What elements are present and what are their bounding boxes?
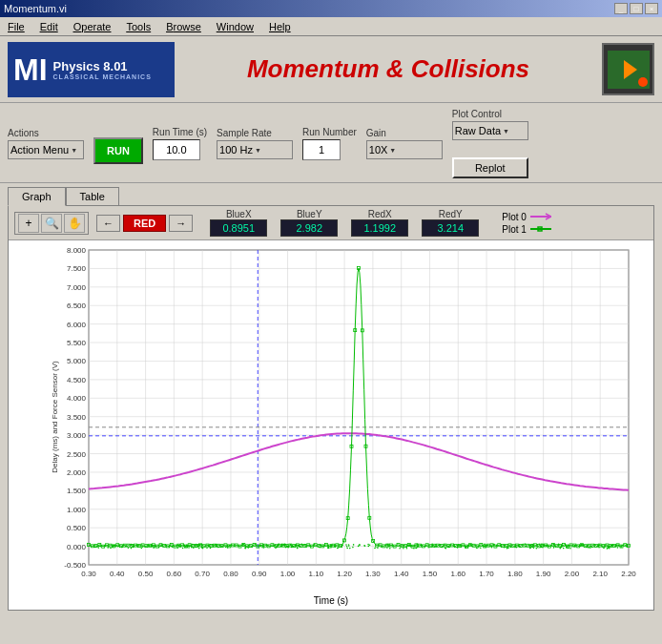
svg-rect-6 [89,250,629,565]
svg-text:1.30: 1.30 [365,570,381,578]
redY-label: RedY [439,209,463,219]
blueY-group: BlueY 2.982 [280,209,338,237]
svg-point-268 [182,548,184,550]
plot-control-arrow: ▼ [503,128,509,135]
menu-file[interactable]: File [4,19,29,34]
redY-value: 3.214 [422,219,479,237]
menu-operate[interactable]: Operate [70,19,115,34]
legend-plot1: Plot 1 [502,224,551,235]
run-time-label: Run Time (s) [153,127,207,137]
svg-point-281 [465,546,467,548]
zoom-fit-button[interactable]: + [18,214,39,233]
sample-rate-dropdown[interactable]: 100 Hz ▼ [217,140,293,159]
svg-text:1.500: 1.500 [67,487,87,495]
cursor-left-button[interactable]: ← [96,215,120,232]
legend-plot1-label: Plot 1 [502,224,527,235]
svg-point-192 [206,547,208,549]
svg-point-344 [406,548,408,550]
svg-text:1.80: 1.80 [507,570,523,578]
svg-point-255 [389,548,391,550]
menu-bar: File Edit Operate Tools Browse Window He… [0,17,662,36]
svg-point-137 [346,546,348,548]
gain-label: Gain [366,128,386,138]
pan-button[interactable]: ✋ [64,214,85,233]
cursor-right-button[interactable]: → [169,215,193,232]
svg-text:0.90: 0.90 [252,570,267,578]
controls-row: Actions Action Menu ▼ RUN Run Time (s) 1… [8,109,654,178]
svg-point-323 [321,545,323,547]
redY-group: RedY 3.214 [422,209,479,237]
actions-label: Actions [8,128,39,138]
menu-browse[interactable]: Browse [162,19,205,34]
plot-legend: Plot 0 Plot 1 [502,212,551,235]
svg-text:2.10: 2.10 [592,570,608,578]
blueX-group: BlueX 0.8951 [210,209,267,237]
title-bar-text: Momentum.vi [4,3,67,14]
main-chart-svg: -0.5000.0000.5001.0001.5002.0002.5003.00… [49,240,638,593]
svg-point-340 [559,548,561,550]
app-title: Momentum & Collisions [175,54,602,84]
svg-text:2.00: 2.00 [565,570,580,578]
svg-point-221 [188,547,190,549]
plot-control-dropdown[interactable]: Raw Data ▼ [452,121,528,140]
svg-text:4.000: 4.000 [67,394,87,403]
menu-help[interactable]: Help [265,19,295,34]
svg-point-194 [367,544,369,546]
minimize-button[interactable]: _ [614,3,628,14]
svg-point-108 [346,548,348,550]
svg-text:2.000: 2.000 [67,468,87,477]
svg-point-326 [399,548,401,550]
svg-point-180 [141,548,143,550]
svg-point-283 [387,545,389,547]
svg-point-136 [349,548,351,550]
legend-plot0: Plot 0 [502,212,551,222]
svg-text:1.60: 1.60 [450,570,465,578]
run-time-input[interactable]: 10.0 [153,139,200,160]
svg-text:1.40: 1.40 [394,570,409,578]
svg-text:3.000: 3.000 [67,431,87,440]
svg-point-291 [110,548,112,550]
plot-control-group: Plot Control Raw Data ▼ Replot [452,109,528,178]
blueX-label: BlueX [226,209,252,219]
tab-table[interactable]: Table [66,187,119,205]
header-banner: MI Physics 8.01 CLASSICAL MECHANICS Mome… [0,36,662,103]
run-button[interactable]: RUN [93,137,143,164]
svg-point-378 [445,547,446,549]
physics-text: Physics 8.01 [53,59,152,73]
graph-container: + 🔍 ✋ ← RED → BlueX 0.8951 BlueY 2.982 R… [8,205,654,611]
svg-text:0.40: 0.40 [110,570,125,578]
svg-point-327 [149,545,151,547]
run-time-group: Run Time (s) 10.0 [153,127,207,160]
title-bar-buttons: _ □ × [614,3,658,14]
svg-point-133 [359,544,361,546]
svg-point-269 [348,544,350,546]
replot-button[interactable]: Replot [452,157,528,178]
svg-point-357 [484,546,486,548]
svg-point-385 [377,548,379,550]
gain-value: 10X [369,144,388,156]
svg-text:7.500: 7.500 [67,264,87,273]
run-number-input[interactable]: 1 [302,139,341,160]
action-menu-dropdown[interactable]: Action Menu ▼ [8,140,84,159]
maximize-button[interactable]: □ [630,3,643,14]
svg-text:1.50: 1.50 [423,570,438,578]
zoom-button[interactable]: 🔍 [41,214,62,233]
svg-point-299 [416,548,418,550]
tab-graph[interactable]: Graph [8,187,66,206]
cursor-controls: ← RED → [96,215,193,232]
svg-point-363 [178,545,180,547]
svg-text:3.500: 3.500 [67,413,87,422]
y-axis: Delay (ms) and Force Sensor (V) [9,240,49,593]
svg-point-159 [480,548,482,550]
svg-point-315 [563,548,565,550]
gain-dropdown[interactable]: 10X ▼ [366,140,443,159]
legend-plot0-label: Plot 0 [502,212,527,222]
menu-window[interactable]: Window [213,19,258,34]
svg-text:0.70: 0.70 [195,570,210,578]
menu-edit[interactable]: Edit [36,19,62,34]
close-button[interactable]: × [645,3,658,14]
svg-point-289 [569,548,571,550]
actions-group: Actions Action Menu ▼ [8,128,84,159]
sample-rate-arrow: ▼ [255,147,261,154]
menu-tools[interactable]: Tools [122,19,155,34]
